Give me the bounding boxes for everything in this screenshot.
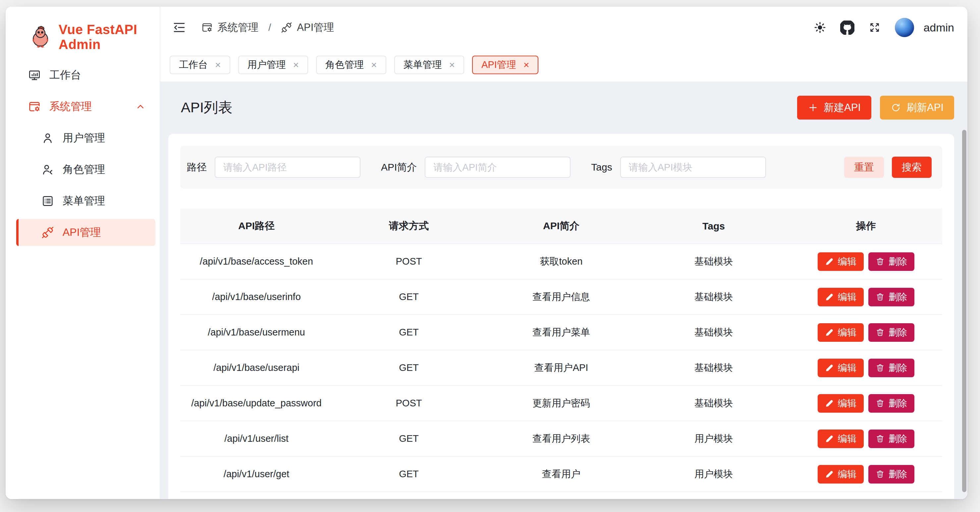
api-table: API路径请求方式API简介Tags操作 /api/v1/base/access… bbox=[180, 208, 942, 499]
breadcrumb-item-api[interactable]: API管理 bbox=[281, 21, 334, 35]
cell-tags: 基础模块 bbox=[638, 350, 790, 385]
create-api-label: 新建API bbox=[824, 101, 861, 114]
trash-icon bbox=[876, 363, 885, 372]
tab-4[interactable]: API管理× bbox=[472, 56, 538, 74]
cell-summary: 更新用户密码 bbox=[485, 385, 638, 421]
cell-actions: 编辑删除 bbox=[790, 279, 942, 315]
tab-close-icon[interactable]: × bbox=[371, 60, 377, 70]
tab-close-icon[interactable]: × bbox=[215, 60, 221, 70]
tab-2[interactable]: 角色管理× bbox=[316, 56, 386, 74]
table-row: /api/v1/base/userinfoGET查看用户信息基础模块编辑删除 bbox=[180, 279, 942, 315]
tab-1[interactable]: 用户管理× bbox=[238, 56, 309, 74]
logo[interactable]: Vue FastAPI Admin bbox=[6, 22, 160, 52]
tab-close-icon[interactable]: × bbox=[449, 60, 455, 70]
sidebar-item-label: API管理 bbox=[63, 225, 101, 240]
row-actions: 编辑删除 bbox=[790, 252, 942, 271]
cell-tags: 基础模块 bbox=[638, 385, 790, 421]
tab-0[interactable]: 工作台× bbox=[170, 56, 230, 74]
pencil-icon bbox=[825, 257, 834, 266]
edit-button[interactable]: 编辑 bbox=[818, 252, 864, 271]
cell-tags: 用户模块 bbox=[638, 456, 790, 492]
delete-label: 删除 bbox=[889, 362, 907, 374]
theme-icon[interactable] bbox=[814, 21, 826, 34]
page-title: API列表 bbox=[181, 98, 232, 117]
table-row: /api/v1/user/listGET查看用户列表用户模块编辑删除 bbox=[180, 421, 942, 456]
trash-icon bbox=[876, 293, 885, 301]
column-header: 请求方式 bbox=[332, 208, 485, 244]
page-header: API列表 新建API 刷新API bbox=[168, 81, 954, 134]
cell-summary: 查看用户信息 bbox=[485, 279, 638, 315]
cell-method: GET bbox=[332, 421, 485, 456]
cell-tags: 基础模块 bbox=[638, 279, 790, 315]
api-icon bbox=[41, 226, 54, 239]
cell-actions: 编辑删除 bbox=[790, 421, 942, 456]
sidebar-item-3[interactable]: 角色管理 bbox=[16, 156, 155, 183]
chick-logo-icon bbox=[29, 25, 52, 49]
tab-label: 菜单管理 bbox=[404, 58, 442, 72]
tab-label: 角色管理 bbox=[325, 58, 364, 72]
edit-button[interactable]: 编辑 bbox=[818, 394, 864, 413]
reset-button[interactable]: 重置 bbox=[844, 157, 884, 178]
main-column: 系统管理 / API管理 admin 工作台×用户管理×角色管理×菜单管理×AP… bbox=[160, 6, 967, 499]
cell-actions: 编辑删除 bbox=[790, 456, 942, 492]
breadcrumb-separator: / bbox=[268, 22, 271, 33]
delete-label: 删除 bbox=[889, 255, 907, 268]
sidebar-item-2[interactable]: 用户管理 bbox=[16, 124, 155, 152]
delete-button[interactable]: 删除 bbox=[869, 323, 915, 342]
summary-filter-input[interactable] bbox=[425, 157, 571, 178]
username[interactable]: admin bbox=[923, 21, 954, 34]
search-button[interactable]: 搜索 bbox=[892, 157, 932, 178]
delete-label: 删除 bbox=[889, 291, 907, 304]
sidebar-item-1[interactable]: 系统管理 bbox=[16, 93, 155, 120]
cell-path: /api/v1/base/access_token bbox=[180, 244, 332, 279]
cell-summary: 查看用户API bbox=[485, 350, 638, 385]
delete-button[interactable]: 删除 bbox=[869, 465, 915, 483]
delete-button[interactable]: 删除 bbox=[869, 429, 915, 448]
sidebar-item-5[interactable]: API管理 bbox=[16, 219, 155, 246]
sidebar-item-label: 菜单管理 bbox=[63, 194, 105, 208]
cell-summary: 查看用户菜单 bbox=[485, 315, 638, 350]
delete-button[interactable]: 删除 bbox=[869, 394, 915, 413]
tags-filter-input[interactable] bbox=[620, 157, 766, 178]
create-api-button[interactable]: 新建API bbox=[797, 96, 871, 119]
delete-button[interactable]: 删除 bbox=[869, 288, 915, 306]
cell-path: /api/v1/base/usermenu bbox=[180, 315, 332, 350]
cell-summary: 获取token bbox=[485, 244, 638, 279]
tab-close-icon[interactable]: × bbox=[523, 60, 530, 70]
cell-method: GET bbox=[332, 350, 485, 385]
tab-3[interactable]: 菜单管理× bbox=[394, 56, 465, 74]
breadcrumb-item-system[interactable]: 系统管理 bbox=[201, 21, 258, 35]
edit-label: 编辑 bbox=[838, 255, 856, 268]
edit-button[interactable]: 编辑 bbox=[818, 359, 864, 377]
menu-icon bbox=[41, 195, 54, 207]
sidebar-item-0[interactable]: 工作台 bbox=[16, 62, 155, 89]
fullscreen-icon[interactable] bbox=[869, 21, 881, 34]
sidebar-item-4[interactable]: 菜单管理 bbox=[16, 188, 155, 215]
row-actions: 编辑删除 bbox=[790, 323, 942, 342]
vertical-scrollbar[interactable] bbox=[962, 130, 966, 492]
cell-path: /api/v1/base/update_password bbox=[180, 385, 332, 421]
delete-button[interactable]: 删除 bbox=[869, 359, 915, 377]
tab-label: API管理 bbox=[481, 58, 516, 72]
table-row: /api/v1/base/update_passwordPOST更新用户密码基础… bbox=[180, 385, 942, 421]
row-actions: 编辑删除 bbox=[790, 288, 942, 306]
cell-summary: 查看用户 bbox=[485, 456, 638, 492]
topbar: 系统管理 / API管理 admin bbox=[160, 6, 967, 48]
cell-method: GET bbox=[332, 456, 485, 492]
edit-button[interactable]: 编辑 bbox=[818, 465, 864, 483]
path-filter-input[interactable] bbox=[215, 157, 360, 178]
row-actions: 编辑删除 bbox=[790, 394, 942, 413]
avatar[interactable] bbox=[895, 18, 914, 37]
edit-button[interactable]: 编辑 bbox=[818, 288, 864, 306]
tab-label: 用户管理 bbox=[248, 58, 286, 72]
edit-label: 编辑 bbox=[838, 326, 856, 339]
pencil-icon bbox=[825, 470, 834, 479]
delete-button[interactable]: 删除 bbox=[869, 252, 915, 271]
collapse-sidebar-icon[interactable] bbox=[172, 21, 186, 35]
edit-button[interactable]: 编辑 bbox=[818, 429, 864, 448]
refresh-api-button[interactable]: 刷新API bbox=[880, 96, 954, 119]
edit-button[interactable]: 编辑 bbox=[818, 323, 864, 342]
github-icon[interactable] bbox=[840, 21, 854, 35]
tab-close-icon[interactable]: × bbox=[293, 60, 299, 70]
sidebar-item-label: 角色管理 bbox=[63, 162, 105, 177]
